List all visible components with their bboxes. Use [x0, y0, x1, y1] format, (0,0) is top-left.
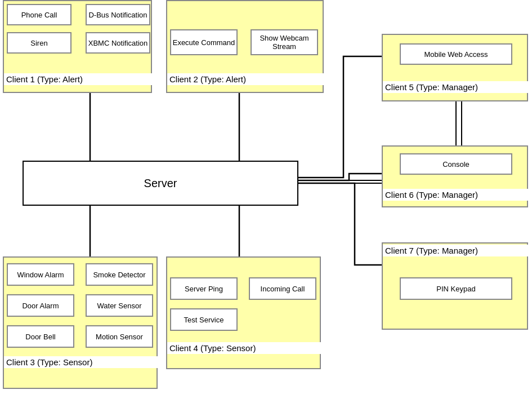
- server-box: Server: [23, 161, 298, 206]
- plugin-execute-command: Execute Command: [170, 29, 238, 55]
- plugin-door-bell: Door Bell: [7, 325, 74, 348]
- client3-box: Window Alarm Smoke Detector Door Alarm W…: [3, 256, 158, 389]
- diagram: Phone Call D-Bus Notification Siren XBMC…: [0, 0, 532, 394]
- client1-label: Client 1 (Type: Alert): [4, 73, 153, 85]
- plugin-incoming-call: Incoming Call: [249, 277, 316, 300]
- server-label: Server: [144, 177, 177, 190]
- plugin-show-webcam-stream: Show Webcam Stream: [251, 29, 318, 55]
- plugin-phone-call: Phone Call: [7, 4, 71, 25]
- client6-label: Client 6 (Type: Manager): [383, 189, 529, 201]
- plugin-door-alarm: Door Alarm: [7, 294, 74, 317]
- client1-box: Phone Call D-Bus Notification Siren XBMC…: [3, 0, 152, 93]
- plugin-test-service: Test Service: [170, 308, 238, 331]
- plugin-console: Console: [400, 153, 512, 175]
- client6-box: Console Client 6 (Type: Manager): [382, 145, 528, 207]
- plugin-motion-sensor: Motion Sensor: [86, 325, 153, 348]
- client5-box: Mobile Web Access Client 5 (Type: Manage…: [382, 34, 528, 101]
- plugin-dbus-notification: D-Bus Notification: [86, 4, 150, 25]
- client7-box: Client 7 (Type: Manager) PIN Keypad: [382, 242, 528, 330]
- plugin-xbmc-notification: XBMC Notification: [86, 32, 150, 54]
- plugin-mobile-web-access: Mobile Web Access: [400, 43, 512, 65]
- client2-label: Client 2 (Type: Alert): [167, 73, 325, 85]
- plugin-water-sensor: Water Sensor: [86, 294, 153, 317]
- plugin-window-alarm: Window Alarm: [7, 263, 74, 286]
- plugin-smoke-detector: Smoke Detector: [86, 263, 153, 286]
- plugin-siren: Siren: [7, 32, 71, 54]
- client7-label-top: Client 7 (Type: Manager): [383, 245, 529, 256]
- plugin-server-ping: Server Ping: [170, 277, 238, 300]
- client3-label: Client 3 (Type: Sensor): [4, 356, 159, 368]
- client5-label: Client 5 (Type: Manager): [383, 81, 529, 93]
- client4-box: Server Ping Incoming Call Test Service C…: [166, 256, 321, 369]
- client4-label: Client 4 (Type: Sensor): [167, 342, 322, 354]
- plugin-pin-keypad: PIN Keypad: [400, 277, 512, 300]
- client2-box: Execute Command Show Webcam Stream Clien…: [166, 0, 324, 93]
